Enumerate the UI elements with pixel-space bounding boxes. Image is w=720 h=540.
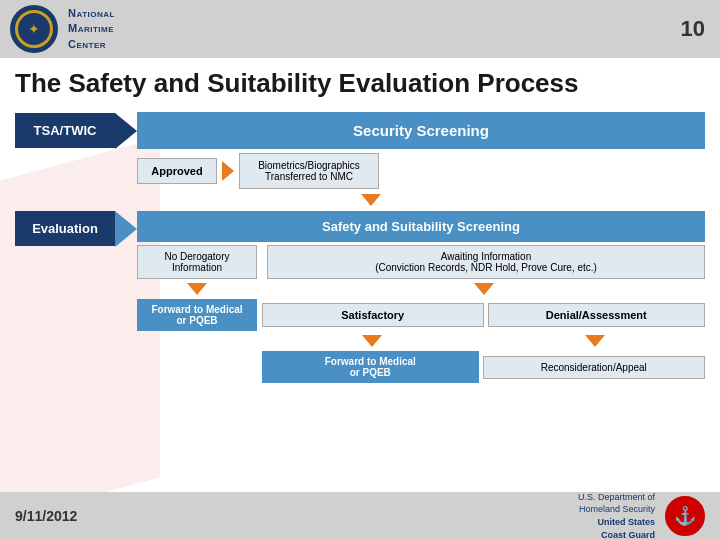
forward-medical-1-box: Forward to Medical or PQEB: [137, 299, 257, 331]
spacer4: [115, 193, 137, 207]
security-screening-banner: Security Screening: [137, 112, 705, 149]
forward-medical-2-box: Forward to Medical or PQEB: [262, 351, 479, 383]
row-eval-safety: Evaluation Safety and Suitability Screen…: [15, 211, 705, 383]
footer-date: 9/11/2012: [15, 508, 77, 524]
arrows-row: [137, 282, 705, 296]
flow-row-3: Forward to Medical or PQEB Reconsiderati…: [137, 351, 705, 383]
page-title: The Safety and Suitability Evaluation Pr…: [0, 58, 720, 107]
footer: 9/11/2012 U.S. Department of Homeland Se…: [0, 492, 720, 540]
sub-row-derog: No Derogatory Information Awaiting Infor…: [137, 245, 705, 279]
coast-guard-logo: ⚓: [665, 496, 705, 536]
satisfactory-box: Satisfactory: [262, 303, 484, 327]
arrow-to-safety: [115, 211, 137, 247]
arrows-row-2: [137, 334, 705, 348]
arrow-down-2: [187, 283, 207, 295]
arrow-down-4: [362, 335, 382, 347]
slide-number: 10: [681, 16, 705, 42]
flow-row-2: Forward to Medical or PQEB Satisfactory …: [137, 299, 705, 331]
arrow-down-3: [474, 283, 494, 295]
arrow-approved-to-bio: [222, 161, 234, 181]
right-section: Safety and Suitability Screening No Dero…: [137, 211, 705, 383]
reconsideration-box: Reconsideration/Appeal: [483, 356, 706, 379]
safety-suitability-banner: Safety and Suitability Screening: [137, 211, 705, 242]
arrow-to-security: [115, 113, 137, 149]
logo-star-icon: ✦: [28, 21, 40, 37]
coast-guard-icon: ⚓: [674, 505, 696, 527]
diagram: TSA/TWIC Security Screening Approved Bio…: [15, 112, 705, 383]
no-derogatory-box: No Derogatory Information: [137, 245, 257, 279]
arrow-down-5: [585, 335, 605, 347]
footer-right: U.S. Department of Homeland Security Uni…: [578, 491, 705, 540]
header: ✦ National Maritime Center 10: [0, 0, 720, 58]
spacer3: [15, 193, 115, 207]
arrow-down-1: [361, 194, 381, 206]
biometrics-box: Biometrics/Biographics Transferred to NM…: [239, 153, 379, 189]
main-content: TSA/TWIC Security Screening Approved Bio…: [0, 107, 720, 388]
evaluation-box: Evaluation: [15, 211, 115, 246]
tsa-twic-box: TSA/TWIC: [15, 113, 115, 148]
org-name: National Maritime Center: [68, 6, 115, 52]
awaiting-box: Awaiting Information (Conviction Records…: [267, 245, 705, 279]
footer-dept-text: U.S. Department of Homeland Security Uni…: [578, 491, 655, 540]
org-logo: ✦: [10, 5, 58, 53]
denial-box: Denial/Assessment: [488, 303, 706, 327]
row-tsa-security: TSA/TWIC Security Screening: [15, 112, 705, 149]
approved-box: Approved: [137, 158, 217, 184]
